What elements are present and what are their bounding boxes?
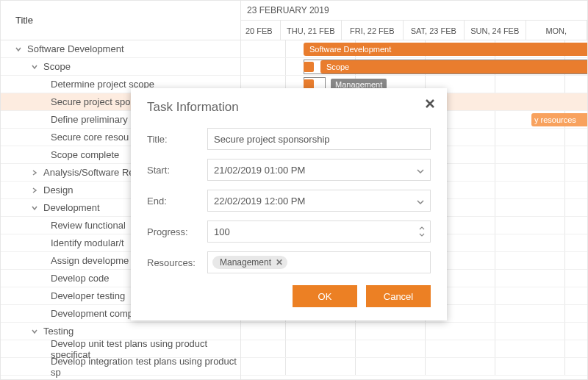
dialog-title: Task Information <box>147 100 431 115</box>
gantt-bar-resources[interactable]: y resources <box>531 113 587 126</box>
progress-label: Progress: <box>147 226 207 237</box>
spinner-down-icon[interactable] <box>418 232 426 238</box>
chevron-down-icon[interactable] <box>417 165 424 176</box>
close-icon[interactable] <box>425 98 435 111</box>
spinner-up-icon[interactable] <box>418 226 426 232</box>
start-value: 21/02/2019 01:00 PM <box>214 165 305 176</box>
day-column-header: MON, <box>526 21 587 40</box>
tree-row[interactable]: Scope <box>1 58 240 76</box>
tree-row[interactable]: Develop integration test plans using pro… <box>1 358 240 376</box>
end-label: End: <box>147 196 207 207</box>
resource-chip[interactable]: Management ✕ <box>212 256 287 269</box>
tree-row-label: Develop integration test plans using pro… <box>51 356 237 378</box>
gantt-row <box>241 323 587 340</box>
tree-row-label: Identify modular/t <box>51 237 124 248</box>
caret-down-icon[interactable] <box>30 204 39 212</box>
tree-row-label: Secure project spo <box>51 96 130 107</box>
tree-row-label: Development <box>43 202 100 213</box>
gantt-row <box>241 340 587 358</box>
resource-chip-label: Management <box>220 257 271 268</box>
tree-row-label: Develop code <box>51 273 110 284</box>
tree-row-label: Testing <box>43 326 74 337</box>
tree-row-label: Software Development <box>27 43 124 54</box>
gantt-row: Software Development <box>241 40 587 58</box>
resources-field[interactable]: Management ✕ <box>207 251 431 273</box>
tree-row-label: Scope complete <box>51 149 119 160</box>
remove-chip-icon[interactable]: ✕ <box>276 257 283 268</box>
day-column-header: FRI, 22 FEB <box>342 21 404 40</box>
tree-row[interactable]: Software Development <box>1 40 240 58</box>
gantt-row <box>241 358 587 376</box>
caret-right-icon[interactable] <box>30 186 39 195</box>
title-value: Secure project sponsorship <box>214 134 330 145</box>
caret-right-icon[interactable] <box>30 168 39 177</box>
end-value: 22/02/2019 12:00 PM <box>214 196 305 207</box>
day-column-header: THU, 21 FEB <box>281 21 343 40</box>
end-field[interactable]: 22/02/2019 12:00 PM <box>207 190 431 212</box>
tree-row-label: Define preliminary <box>51 114 128 125</box>
task-information-dialog: Task Information Title: Secure project s… <box>131 88 447 320</box>
gantt-handle[interactable] <box>304 62 314 72</box>
cancel-button[interactable]: Cancel <box>366 285 431 307</box>
progress-field[interactable]: 100 <box>207 221 431 243</box>
tree-row-label: Secure core resou <box>51 132 129 143</box>
tree-row-label: Analysis/Software Req <box>43 167 140 178</box>
chevron-down-icon[interactable] <box>417 196 424 207</box>
date-range-header: 23 FEBRUARY 2019 <box>241 1 587 21</box>
tree-row-label: Assign developme <box>51 255 129 266</box>
title-column-header: Title <box>1 1 240 40</box>
tree-row-label: Design <box>43 184 73 196</box>
title-label: Title: <box>147 134 207 145</box>
tree-row-label: Review functional <box>51 220 126 231</box>
caret-down-icon[interactable] <box>14 45 23 54</box>
gantt-row: Scope <box>241 58 587 76</box>
caret-down-icon[interactable] <box>30 62 39 71</box>
start-label: Start: <box>147 165 207 176</box>
tree-row-label: Scope <box>43 61 71 72</box>
progress-value: 100 <box>214 226 230 237</box>
start-field[interactable]: 21/02/2019 01:00 PM <box>207 159 431 181</box>
title-field[interactable]: Secure project sponsorship <box>207 128 431 150</box>
gantt-bar-scope[interactable]: Scope <box>320 60 587 74</box>
caret-down-icon[interactable] <box>30 327 39 336</box>
day-column-header: 20 FEB <box>241 21 281 40</box>
resources-label: Resources: <box>147 257 207 268</box>
day-column-header: SAT, 23 FEB <box>404 21 465 40</box>
day-column-header: SUN, 24 FEB <box>465 21 526 40</box>
gantt-bar-software-development[interactable]: Software Development <box>304 43 587 56</box>
ok-button[interactable]: OK <box>293 285 357 307</box>
tree-row-label: Developer testing <box>51 290 125 301</box>
